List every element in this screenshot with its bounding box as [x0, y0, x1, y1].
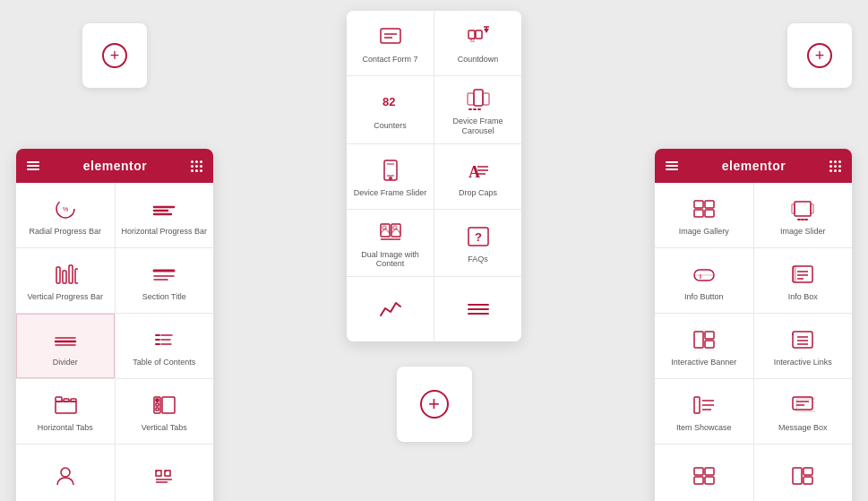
widget-horizontal-tabs[interactable]: Horizontal Tabs — [16, 379, 115, 444]
quote-icon — [151, 462, 176, 489]
svg-rect-24 — [56, 402, 76, 413]
widget-countdown[interactable]: 82 Countdown — [434, 11, 521, 75]
widget-lines[interactable] — [434, 277, 521, 341]
left-col: + elementor — [16, 23, 213, 501]
widget-divider[interactable]: Divider — [16, 314, 115, 378]
widget-grid-alt[interactable] — [754, 445, 853, 501]
widget-section-title[interactable]: Section Title — [116, 248, 214, 313]
dots-icon-right[interactable] — [829, 160, 841, 172]
widget-dual-image-content[interactable]: Dual Image with Content — [347, 210, 434, 277]
interactive-links-label: Interactive Links — [774, 358, 832, 367]
add-btn-top-right[interactable]: + — [787, 23, 852, 88]
widget-device-frame-slider[interactable]: Device Frame Slider — [347, 144, 434, 209]
svg-rect-68 — [694, 210, 703, 217]
svg-rect-83 — [793, 266, 796, 282]
interactive-banner-label: Interactive Banner — [671, 358, 736, 367]
widget-message-box[interactable]: Message Box — [754, 379, 853, 444]
left-panel-header: elementor — [16, 149, 213, 183]
radial-progress-icon: % — [53, 195, 78, 222]
interactive-links-icon — [790, 326, 815, 353]
counters-icon: 82 — [378, 90, 403, 117]
widget-image-slider[interactable]: Image Slider — [754, 183, 853, 247]
right-col: + elementor — [655, 23, 852, 501]
middle-panel: Contact Form 7 82 — [347, 11, 521, 341]
device-carousel-icon — [466, 85, 491, 112]
svg-rect-27 — [156, 403, 159, 406]
plus-icon-right: + — [807, 43, 832, 68]
svg-text:i: i — [700, 273, 701, 280]
countdown-icon: 82 — [466, 23, 491, 50]
canvas-layout: + elementor — [9, 9, 859, 492]
chart-icon — [378, 295, 403, 322]
widget-faqs[interactable]: ? FAQs — [434, 210, 521, 277]
svg-rect-33 — [381, 29, 400, 43]
dual-image-icon — [378, 219, 403, 246]
svg-rect-28 — [156, 408, 159, 410]
svg-rect-69 — [705, 210, 714, 217]
contact-form-icon — [378, 23, 403, 50]
add-btn-top-left[interactable]: + — [82, 23, 147, 88]
h-progress-label: Horizontal Progress Bar — [121, 227, 207, 237]
widget-drop-caps[interactable]: A Drop Caps — [434, 144, 521, 209]
canvas: + elementor — [0, 0, 868, 501]
widget-quote[interactable] — [116, 445, 214, 501]
svg-rect-42 — [474, 90, 483, 106]
device-carousel-label: Device Frame Carousel — [440, 117, 516, 136]
dots-icon-left[interactable] — [191, 160, 202, 172]
hamburger-icon-right[interactable] — [666, 161, 678, 170]
svg-rect-106 — [804, 477, 812, 484]
hamburger-icon-left[interactable] — [27, 161, 39, 170]
widget-table-of-contents[interactable]: Table of Contents — [116, 314, 214, 378]
info-box-label: Info Box — [788, 292, 818, 302]
contact-form-label: Contact Form 7 — [362, 55, 417, 65]
faqs-label: FAQs — [468, 255, 488, 264]
widget-vertical-tabs[interactable]: Vertical Tabs — [116, 379, 214, 444]
section-title-label: Section Title — [142, 292, 186, 302]
v-tabs-label: Vertical Tabs — [142, 423, 187, 433]
info-button-label: Info Button — [684, 292, 724, 302]
widget-info-box[interactable]: Info Box — [754, 248, 853, 313]
item-showcase-icon — [692, 392, 717, 419]
svg-rect-29 — [162, 397, 175, 413]
image-gallery-icon — [692, 195, 717, 222]
divider-icon — [53, 326, 78, 353]
svg-rect-43 — [468, 93, 474, 105]
svg-rect-103 — [705, 477, 714, 484]
svg-text:%: % — [63, 206, 68, 212]
widget-horizontal-progress-bar[interactable]: Horizontal Progress Bar — [116, 183, 214, 247]
right-widget-grid: Image Gallery — [655, 183, 852, 501]
widget-info-button[interactable]: i Info Button — [655, 248, 753, 313]
left-panel-title: elementor — [83, 159, 147, 173]
svg-rect-85 — [705, 332, 714, 339]
svg-text:?: ? — [475, 230, 482, 244]
plus-icon-left: + — [102, 43, 127, 68]
widget-chart[interactable] — [347, 277, 434, 341]
widget-interactive-banner[interactable]: Interactive Banner — [655, 314, 753, 378]
svg-rect-71 — [792, 204, 795, 213]
widget-radial-progress-bar[interactable]: % Radial Progress Bar — [16, 183, 115, 247]
svg-rect-36 — [468, 30, 475, 39]
h-tabs-icon — [53, 392, 78, 419]
widget-contact-form-7[interactable]: Contact Form 7 — [347, 11, 434, 75]
widget-grid-small[interactable] — [655, 445, 753, 501]
image-gallery-label: Image Gallery — [679, 227, 729, 237]
drop-caps-label: Drop Caps — [459, 188, 497, 198]
right-panel: elementor — [655, 149, 852, 501]
widget-person[interactable] — [16, 445, 115, 501]
widget-image-gallery[interactable]: Image Gallery — [655, 183, 753, 247]
svg-point-30 — [61, 468, 70, 477]
widget-item-showcase[interactable]: Item Showcase — [655, 379, 753, 444]
left-widget-grid: % Radial Progress Bar — [16, 183, 213, 501]
widget-counters[interactable]: 82 Counters — [347, 76, 434, 143]
svg-point-51 — [389, 177, 391, 178]
message-box-label: Message Box — [778, 423, 828, 433]
svg-rect-44 — [483, 93, 489, 105]
widget-device-frame-carousel[interactable]: Device Frame Carousel — [434, 76, 521, 143]
right-panel-title: elementor — [722, 159, 786, 173]
svg-rect-92 — [694, 397, 700, 413]
device-slider-label: Device Frame Slider — [354, 188, 427, 198]
add-btn-mid-bottom[interactable]: + — [397, 367, 472, 442]
widget-vertical-progress-bar[interactable]: Vertical Progress Bar — [16, 248, 115, 313]
widget-interactive-links[interactable]: Interactive Links — [754, 314, 853, 378]
drop-caps-icon: A — [466, 157, 491, 184]
